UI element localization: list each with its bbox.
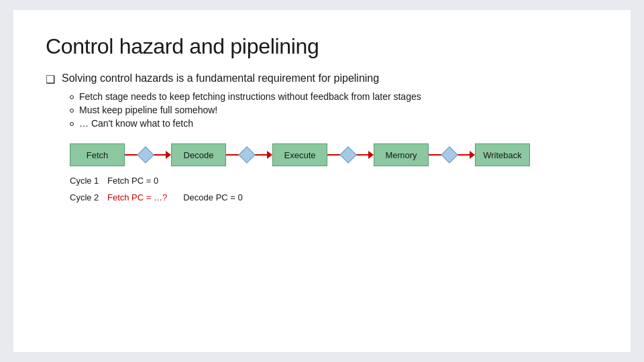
stage-decode: Decode — [171, 143, 226, 166]
cycle-rows: Cycle 1 Fetch PC = 0 Cycle 2 Fetch PC = … — [70, 176, 598, 202]
cycle-1-label: Cycle 1 — [70, 176, 107, 186]
sub-bullet-1: Fetch stage needs to keep fetching instr… — [70, 91, 598, 102]
arrow-head-1 — [166, 151, 171, 159]
stage-memory: Memory — [374, 143, 429, 166]
stage-execute: Execute — [272, 143, 327, 166]
connector-1 — [125, 149, 171, 161]
connector-diamond-3 — [339, 146, 356, 163]
bullet-circle-icon-2 — [70, 109, 74, 113]
cycle-1-content: Fetch PC = 0 — [107, 176, 158, 186]
stage-writeback: Writeback — [475, 143, 530, 166]
sub-bullets: Fetch stage needs to keep fetching instr… — [70, 91, 598, 131]
arrow-head-3 — [368, 151, 374, 159]
connector-2 — [226, 149, 272, 161]
bullet-circle-icon-3 — [70, 122, 74, 126]
connector-diamond-1 — [137, 146, 154, 163]
connector-4 — [429, 149, 475, 161]
cycle-2-label: Cycle 2 — [70, 192, 107, 202]
sub-bullet-3: … Can't know what to fetch — [70, 118, 598, 129]
cycle-row-2: Cycle 2 Fetch PC = …? Decode PC = 0 — [70, 192, 598, 202]
slide-title: Control hazard and pipelining — [46, 34, 598, 59]
sub-bullet-text-3: … Can't know what to fetch — [79, 118, 193, 129]
checkbox-icon: ❑ — [46, 73, 55, 86]
stage-fetch: Fetch — [70, 143, 125, 166]
sub-bullet-text-1: Fetch stage needs to keep fetching instr… — [79, 91, 421, 102]
arrow-head-4 — [470, 151, 475, 159]
main-bullet-row: ❑ Solving control hazards is a fundament… — [46, 72, 598, 86]
cycle-2-item-2: Decode PC = 0 — [183, 192, 243, 202]
cycle-2-content: Fetch PC = …? Decode PC = 0 — [107, 192, 243, 202]
pipeline-area: Fetch Decode Execute — [70, 143, 598, 202]
connector-diamond-4 — [441, 146, 458, 163]
cycle-2-item-1: Fetch PC = …? — [107, 192, 167, 202]
cycle-1-item-1: Fetch PC = 0 — [107, 176, 158, 186]
sub-bullet-text-2: Must keep pipeline full somehow! — [79, 105, 217, 115]
slide: Control hazard and pipelining ❑ Solving … — [13, 10, 631, 352]
arrow-head-2 — [267, 151, 272, 159]
bullet-circle-icon-1 — [70, 95, 74, 99]
connector-3 — [327, 149, 374, 161]
sub-bullet-2: Must keep pipeline full somehow! — [70, 105, 598, 115]
main-bullet-text: Solving control hazards is a fundamental… — [62, 72, 379, 84]
cycle-row-1: Cycle 1 Fetch PC = 0 — [70, 176, 598, 186]
connector-diamond-2 — [238, 146, 255, 163]
pipeline-stages: Fetch Decode Execute — [70, 143, 598, 166]
